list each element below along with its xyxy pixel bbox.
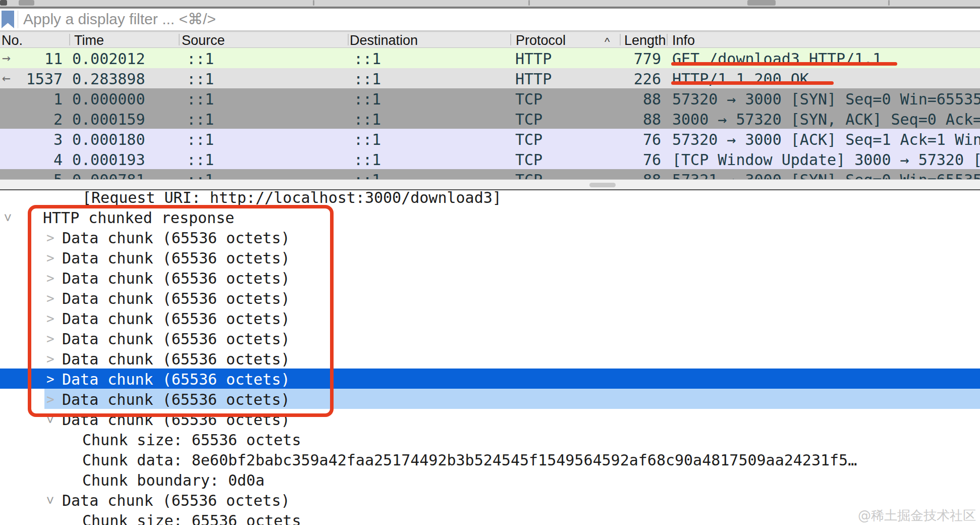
packet-source: ::1 (187, 131, 214, 148)
detail-row-label: Data chunk (65536 octets) (62, 350, 290, 368)
chevron-right-icon[interactable]: > (46, 331, 55, 346)
chevron-right-icon[interactable]: > (46, 351, 55, 366)
packet-protocol: TCP (515, 111, 542, 128)
packet-row[interactable]: 4 0.000193 ::1 ::1 TCP 76 [TCP Window Up… (0, 149, 980, 169)
packet-no: 1537 (10, 70, 63, 88)
packet-row[interactable]: ← 1537 0.283898 ::1 ::1 HTTP 226 HTTP/1.… (0, 68, 980, 88)
column-header-time[interactable]: Time (74, 33, 104, 48)
toolbar-icon-remnant (313, 0, 314, 6)
column-separator[interactable] (348, 34, 349, 45)
packet-no: 3 (10, 131, 63, 148)
chevron-down-icon[interactable]: > (43, 496, 58, 504)
detail-row[interactable]: [Request URI: http://localhost:3000/down… (0, 190, 980, 207)
detail-row[interactable]: >Data chunk (65536 octets) (0, 348, 980, 369)
packet-length: 88 (585, 171, 661, 179)
packet-source: ::1 (187, 171, 214, 179)
packet-info: 57320 → 3000 [SYN] Seq=0 Win=65535 Len=0 (672, 90, 980, 108)
detail-row[interactable]: Chunk size: 65536 octets (0, 510, 980, 525)
packet-destination: ::1 (354, 151, 381, 169)
column-header-protocol[interactable]: Protocol (516, 33, 566, 48)
packet-length: 76 (585, 131, 661, 148)
detail-row[interactable]: >Data chunk (65536 octets) (0, 268, 980, 288)
packet-row[interactable]: → 11 0.002012 ::1 ::1 HTTP 779 GET /down… (0, 48, 980, 68)
toolbar-icon-remnant (0, 0, 7, 6)
packet-info: 3000 → 57320 [SYN, ACK] Seq=0 Ack=1 Win=… (672, 111, 980, 128)
detail-row-label: Data chunk (65536 octets) (62, 310, 290, 328)
pane-splitter[interactable] (0, 179, 980, 190)
chevron-right-icon[interactable]: > (46, 392, 55, 407)
packet-info: GET /download3 HTTP/1.1 (672, 50, 980, 68)
packet-row[interactable]: 5 0.000781 ::1 ::1 TCP 88 57321 → 3000 [… (0, 169, 980, 179)
detail-row[interactable]: >Data chunk (65536 octets) (0, 288, 980, 308)
splitter-handle-icon[interactable] (589, 183, 616, 187)
packet-protocol: TCP (515, 151, 542, 169)
column-header-no[interactable]: No. (2, 33, 23, 48)
detail-row-label: HTTP chunked response (43, 209, 234, 227)
detail-row[interactable]: >Data chunk (65536 octets) (0, 369, 980, 389)
chevron-right-icon[interactable]: > (46, 291, 55, 306)
packet-row[interactable]: 1 0.000000 ::1 ::1 TCP 88 57320 → 3000 [… (0, 88, 980, 109)
detail-row[interactable]: Chunk boundary: 0d0a (0, 469, 980, 490)
packet-destination: ::1 (354, 131, 381, 148)
packet-time: 0.000180 (72, 131, 145, 148)
packet-source: ::1 (187, 70, 214, 88)
chevron-right-icon[interactable]: > (46, 230, 55, 245)
detail-row-label: Data chunk (65536 octets) (62, 249, 290, 267)
packet-no: 5 (10, 171, 63, 179)
detail-row[interactable]: >Data chunk (65536 octets) (0, 247, 980, 268)
packet-no: 2 (10, 111, 63, 128)
column-header-length[interactable]: Length (624, 33, 667, 48)
toolbar-icon-remnant (747, 0, 776, 6)
packet-source: ::1 (187, 90, 214, 108)
detail-row[interactable]: >Data chunk (65536 octets) (0, 308, 980, 328)
packet-destination: ::1 (354, 70, 381, 88)
detail-row[interactable]: >Data chunk (65536 octets) (0, 389, 980, 409)
packet-list-header: ^ No.TimeSourceDestinationProtocolLength… (0, 31, 980, 48)
detail-row[interactable]: >HTTP chunked response (0, 207, 980, 227)
column-separator[interactable] (620, 34, 621, 45)
chevron-right-icon[interactable]: > (46, 311, 55, 326)
packet-source: ::1 (187, 111, 214, 128)
column-header-destination[interactable]: Destination (350, 33, 418, 48)
packet-protocol: HTTP (515, 50, 552, 68)
column-separator[interactable] (179, 34, 180, 45)
detail-row[interactable]: >Data chunk (65536 octets) (0, 328, 980, 348)
column-header-source[interactable]: Source (182, 33, 225, 48)
column-separator[interactable] (667, 34, 668, 45)
chevron-right-icon[interactable]: > (46, 372, 55, 387)
packet-length: 88 (585, 90, 661, 108)
column-separator[interactable] (69, 34, 70, 45)
detail-row[interactable]: >Data chunk (65536 octets) (0, 490, 980, 510)
sort-ascending-icon[interactable]: ^ (605, 35, 610, 48)
detail-row-label: Data chunk (65536 octets) (62, 290, 290, 307)
display-filter-bar (0, 9, 980, 31)
chevron-right-icon[interactable]: > (46, 271, 55, 286)
packet-row[interactable]: 2 0.000159 ::1 ::1 TCP 88 3000 → 57320 [… (0, 109, 980, 129)
detail-row[interactable]: Chunk size: 65536 octets (0, 429, 980, 449)
packet-info: 57321 → 3000 [SYN] Seq=0 Win=65535 Len=0 (672, 171, 980, 179)
detail-row[interactable]: >Data chunk (65536 octets) (0, 227, 980, 247)
chevron-down-icon[interactable]: > (43, 415, 58, 424)
column-header-info[interactable]: Info (672, 33, 695, 48)
detail-row-label: Chunk data: 8e60bf2babc359a42faa25174492… (82, 451, 857, 469)
detail-row[interactable]: >Data chunk (65536 octets) (0, 409, 980, 429)
packet-no: 1 (10, 90, 63, 108)
packet-protocol: TCP (515, 90, 542, 108)
packet-no: 4 (10, 151, 63, 169)
detail-row[interactable]: Chunk data: 8e60bf2babc359a42faa25174492… (0, 449, 980, 469)
detail-row-label: Data chunk (65536 octets) (62, 391, 290, 408)
chevron-right-icon[interactable]: > (46, 250, 55, 266)
packet-time: 0.283898 (72, 70, 145, 88)
packet-detail-pane: [Request URI: http://localhost:3000/down… (0, 190, 980, 525)
column-separator[interactable] (510, 34, 511, 45)
packet-length: 88 (585, 111, 661, 128)
packet-info: [TCP Window Update] 3000 → 57320 [ACK] S… (672, 151, 980, 169)
toolbar-icon-remnant (19, 0, 34, 6)
packet-row[interactable]: 3 0.000180 ::1 ::1 TCP 76 57320 → 3000 [… (0, 129, 980, 149)
packet-time: 0.000781 (72, 171, 145, 179)
chevron-down-icon[interactable]: > (1, 214, 16, 222)
display-filter-input[interactable] (23, 9, 972, 30)
packet-length: 76 (585, 151, 661, 169)
packet-length: 779 (585, 50, 661, 68)
filter-bookmark-icon[interactable] (2, 11, 14, 28)
